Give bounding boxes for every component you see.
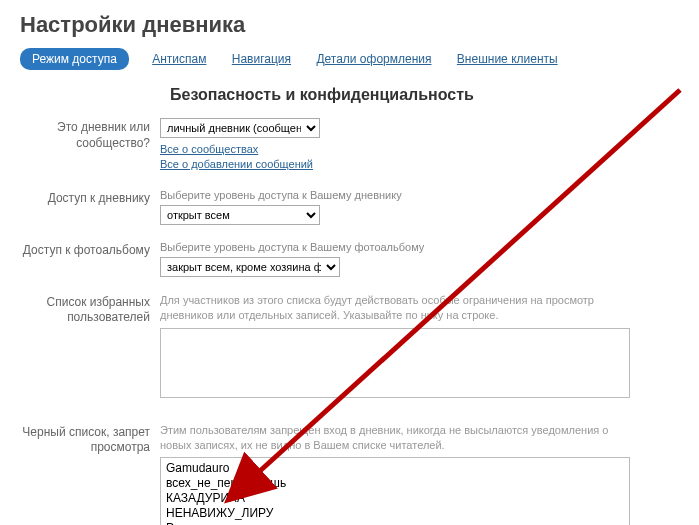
help-diary-access: Выберите уровень доступа к Вашему дневни… bbox=[160, 189, 640, 201]
tab-access[interactable]: Режим доступа bbox=[20, 48, 129, 70]
tab-design[interactable]: Детали оформления bbox=[314, 48, 433, 70]
help-photo-access: Выберите уровень доступа к Вашему фотоал… bbox=[160, 241, 640, 253]
textarea-favorites[interactable] bbox=[160, 328, 630, 398]
row-diary-access: Доступ к дневнику Выберите уровень досту… bbox=[20, 189, 679, 225]
label-favorites: Список избранных пользователей bbox=[20, 293, 160, 401]
tab-navigation[interactable]: Навигация bbox=[230, 48, 293, 70]
textarea-blacklist[interactable] bbox=[160, 457, 630, 525]
row-photo-access: Доступ к фотоальбому Выберите уровень до… bbox=[20, 241, 679, 277]
desc-favorites: Для участников из этого списка будут дей… bbox=[160, 293, 640, 324]
label-diary-access: Доступ к дневнику bbox=[20, 189, 160, 225]
link-about-communities[interactable]: Все о сообществах bbox=[160, 142, 640, 157]
tab-clients[interactable]: Внешние клиенты bbox=[455, 48, 560, 70]
link-about-adding[interactable]: Все о добавлении сообщений bbox=[160, 157, 640, 172]
tabs-nav: Режим доступа Антиспам Навигация Детали … bbox=[20, 48, 679, 70]
select-type[interactable]: личный дневник (сообщения д bbox=[160, 118, 320, 138]
row-favorites: Список избранных пользователей Для участ… bbox=[20, 293, 679, 401]
label-photo-access: Доступ к фотоальбому bbox=[20, 241, 160, 277]
page-title: Настройки дневника bbox=[20, 12, 679, 38]
select-photo-access[interactable]: закрыт всем, кроме хозяина фо bbox=[160, 257, 340, 277]
desc-blacklist: Этим пользователям запрещен вход в дневн… bbox=[160, 423, 640, 454]
row-type: Это дневник или сообщество? личный дневн… bbox=[20, 118, 679, 173]
label-type: Это дневник или сообщество? bbox=[20, 118, 160, 173]
tab-antispam[interactable]: Антиспам bbox=[150, 48, 208, 70]
select-diary-access[interactable]: открыт всем bbox=[160, 205, 320, 225]
row-blacklist: Черный список, запрет просмотра Этим пол… bbox=[20, 423, 679, 525]
section-heading: Безопасность и конфиденциальность bbox=[170, 86, 679, 104]
label-blacklist: Черный список, запрет просмотра bbox=[20, 423, 160, 525]
